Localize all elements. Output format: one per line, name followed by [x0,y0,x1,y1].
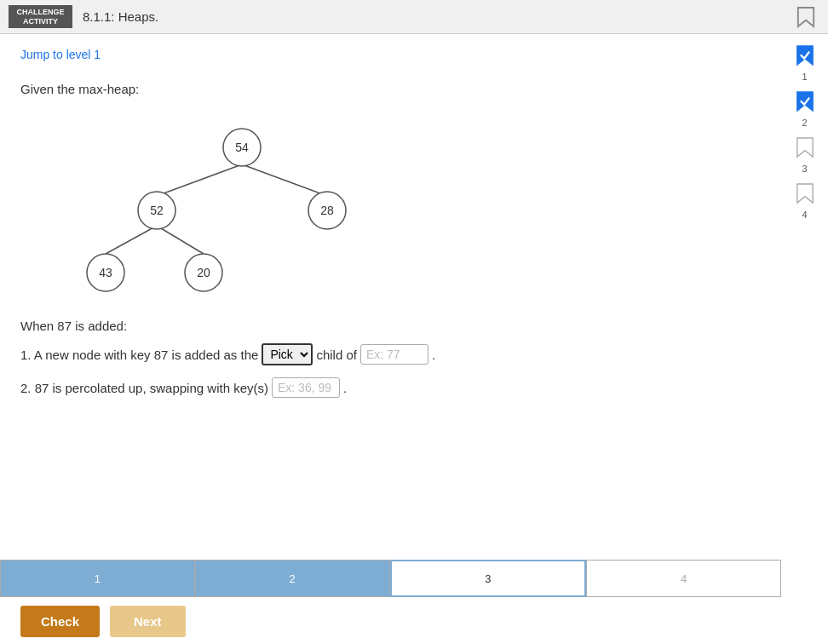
step1-line: 1. A new node with key 87 is added as th… [20,343,761,365]
when-text: When 87 is added: [20,319,761,333]
sidebar: 1 2 3 4 [781,34,828,220]
step1-suffix: . [432,348,435,362]
svg-text:20: 20 [197,266,210,279]
sidebar-num-2: 2 [802,118,807,128]
bottom-buttons: Check Next [20,606,186,637]
step2-prefix: 2. 87 is percolated up, swapping with ke… [20,381,268,395]
svg-line-6 [242,164,327,196]
pick-dropdown[interactable]: Pick left right [262,343,313,365]
svg-marker-0 [798,8,814,26]
main-content: Jump to level 1 Given the max-heap: 54 5… [0,34,781,644]
svg-line-8 [157,226,204,254]
sidebar-item-2[interactable]: 2 [792,87,818,128]
svg-text:52: 52 [150,204,164,217]
progress-segment-2[interactable]: 2 [195,560,390,597]
svg-line-5 [157,164,242,196]
svg-line-7 [106,226,157,254]
svg-marker-2 [796,92,812,111]
step2-line: 2. 87 is percolated up, swapping with ke… [20,377,761,398]
progress-bar: 1 2 3 4 [0,560,781,597]
sidebar-num-1: 1 [802,72,807,82]
step2-suffix: . [343,381,347,395]
heap-tree-svg: 54 52 28 43 20 [55,105,412,301]
sidebar-icon-4[interactable] [792,179,818,208]
bookmark-icon[interactable] [792,3,819,31]
sidebar-icon-3[interactable] [792,133,818,162]
sidebar-item-3[interactable]: 3 [792,133,818,174]
svg-text:54: 54 [235,141,249,154]
sidebar-num-4: 4 [802,210,807,220]
sidebar-item-4[interactable]: 4 [792,179,818,220]
svg-marker-1 [796,46,812,65]
page-title: 8.1.1: Heaps. [83,9,792,24]
sidebar-icon-2[interactable] [792,87,818,116]
progress-segment-3[interactable]: 3 [390,560,587,597]
given-text: Given the max-heap: [20,82,761,96]
step2-input[interactable] [272,377,340,398]
jump-to-level-link[interactable]: Jump to level 1 [20,48,101,61]
svg-marker-4 [796,184,812,203]
svg-marker-3 [796,138,812,157]
check-button[interactable]: Check [20,606,100,637]
svg-text:43: 43 [99,266,112,279]
progress-segment-4[interactable]: 4 [586,560,781,597]
heap-tree: 54 52 28 43 20 [55,105,761,303]
svg-text:28: 28 [320,204,334,217]
sidebar-num-3: 3 [802,164,807,174]
header: CHALLENGE ACTIVITY 8.1.1: Heaps. [0,0,828,34]
challenge-activity-badge: CHALLENGE ACTIVITY [9,5,72,29]
progress-segment-1[interactable]: 1 [0,560,195,597]
sidebar-item-1[interactable]: 1 [792,41,818,82]
step1-middle: child of [316,348,357,362]
sidebar-icon-1[interactable] [792,41,818,70]
step1-input[interactable] [360,344,428,365]
next-button[interactable]: Next [110,606,186,637]
step1-prefix: 1. A new node with key 87 is added as th… [20,348,258,362]
